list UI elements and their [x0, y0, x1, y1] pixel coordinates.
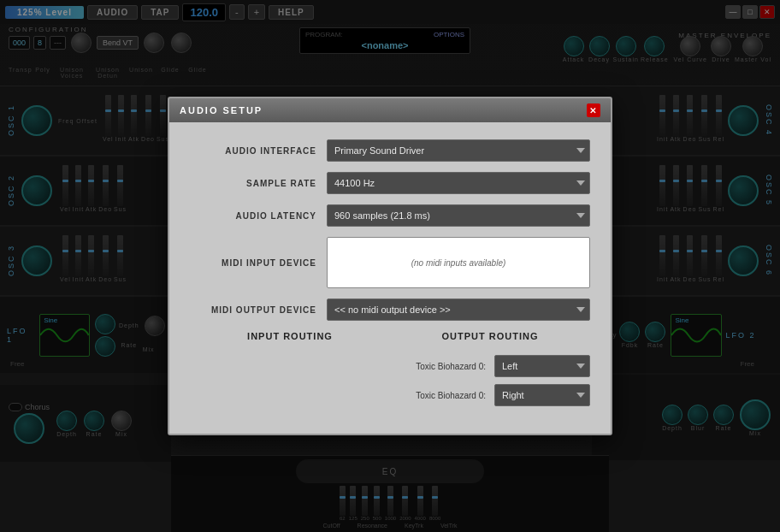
- input-routing-header: INPUT ROUTING: [190, 331, 390, 341]
- output-routing-right: Toxic Biohazard 0: Left Right Stereo: [390, 384, 590, 406]
- midi-output-select[interactable]: << no midi output device >>: [327, 299, 590, 321]
- output-routing-right-dropdown: Left Right Stereo: [494, 384, 590, 406]
- output-right-select[interactable]: Left Right Stereo: [494, 384, 590, 406]
- midi-input-row: MIDI INPUT DEVICE (no midi inputs availa…: [190, 237, 590, 288]
- output-routing-left-dropdown: Left Right Stereo: [494, 355, 590, 377]
- modal-overlay: AUDIO SETUP ✕ AUDIO INTERFACE Primary So…: [0, 0, 780, 532]
- routing-headers: INPUT ROUTING OUTPUT ROUTING: [190, 331, 590, 341]
- audio-interface-row: AUDIO INTERFACE Primary Sound Driver ASI…: [190, 139, 590, 162]
- midi-output-dropdown-wrapper: << no midi output device >>: [327, 299, 590, 321]
- audio-interface-label: AUDIO INTERFACE: [190, 146, 327, 156]
- modal-title: AUDIO SETUP: [180, 105, 263, 115]
- modal-body: AUDIO INTERFACE Primary Sound Driver ASI…: [169, 122, 611, 434]
- output-device-2-label: Toxic Biohazard 0:: [390, 391, 494, 400]
- output-routing-row-2: Toxic Biohazard 0: Left Right Stereo: [190, 384, 590, 406]
- output-device-1-label: Toxic Biohazard 0:: [390, 362, 494, 371]
- audio-latency-label: AUDIO LATENCY: [190, 211, 327, 221]
- audio-latency-row: AUDIO LATENCY 480 samples (10.9 ms) 960 …: [190, 204, 590, 227]
- modal-close-button[interactable]: ✕: [587, 103, 600, 117]
- output-routing-left: Toxic Biohazard 0: Left Right Stereo: [390, 355, 590, 377]
- audio-latency-select[interactable]: 480 samples (10.9 ms) 960 samples (21.8 …: [327, 204, 590, 227]
- output-routing-header: OUTPUT ROUTING: [390, 331, 590, 341]
- midi-output-label: MIDI OUTPUT DEVICE: [190, 305, 327, 315]
- routing-section: INPUT ROUTING OUTPUT ROUTING Toxic Bioha…: [190, 331, 590, 406]
- audio-interface-dropdown-wrapper: Primary Sound Driver ASIO4ALL DirectSoun…: [327, 139, 590, 162]
- sample-rate-select[interactable]: 44100 Hz 48000 Hz 96000 Hz: [327, 172, 590, 194]
- sample-rate-row: SAMPLE RATE 44100 Hz 48000 Hz 96000 Hz: [190, 172, 590, 194]
- output-left-select[interactable]: Left Right Stereo: [494, 355, 590, 377]
- midi-input-placeholder: (no midi inputs available): [411, 258, 506, 268]
- audio-interface-select[interactable]: Primary Sound Driver ASIO4ALL DirectSoun…: [327, 139, 590, 162]
- sample-rate-label: SAMPLE RATE: [190, 179, 327, 188]
- output-routing-row-1: Toxic Biohazard 0: Left Right Stereo: [190, 355, 590, 377]
- midi-input-label: MIDI INPUT DEVICE: [190, 258, 327, 268]
- audio-setup-modal: AUDIO SETUP ✕ AUDIO INTERFACE Primary So…: [168, 97, 612, 435]
- sample-rate-dropdown-wrapper: 44100 Hz 48000 Hz 96000 Hz: [327, 172, 590, 194]
- modal-title-bar: AUDIO SETUP ✕: [169, 98, 611, 122]
- audio-latency-dropdown-wrapper: 480 samples (10.9 ms) 960 samples (21.8 …: [327, 204, 590, 227]
- midi-output-row: MIDI OUTPUT DEVICE << no midi output dev…: [190, 299, 590, 321]
- midi-input-box: (no midi inputs available): [327, 237, 590, 288]
